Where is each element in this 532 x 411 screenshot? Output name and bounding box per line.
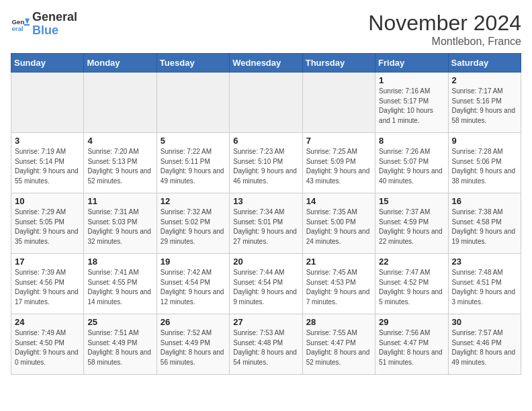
day-number: 22 [379, 257, 444, 267]
calendar-week-row: 10Sunrise: 7:29 AM Sunset: 5:05 PM Dayli… [11, 193, 521, 254]
calendar-cell: 21Sunrise: 7:45 AM Sunset: 4:53 PM Dayli… [302, 254, 375, 314]
day-number: 17 [15, 257, 80, 267]
day-info: Sunrise: 7:23 AM Sunset: 5:10 PM Dayligh… [233, 147, 298, 186]
calendar-cell: 15Sunrise: 7:37 AM Sunset: 4:59 PM Dayli… [375, 193, 448, 254]
calendar-cell: 18Sunrise: 7:41 AM Sunset: 4:55 PM Dayli… [84, 254, 157, 314]
day-info: Sunrise: 7:22 AM Sunset: 5:11 PM Dayligh… [161, 147, 226, 186]
calendar-cell: 1Sunrise: 7:16 AM Sunset: 5:17 PM Daylig… [375, 73, 448, 133]
day-number: 10 [15, 196, 80, 206]
calendar-cell: 25Sunrise: 7:51 AM Sunset: 4:49 PM Dayli… [84, 314, 157, 375]
day-info: Sunrise: 7:32 AM Sunset: 5:02 PM Dayligh… [161, 208, 226, 246]
calendar-cell: 9Sunrise: 7:28 AM Sunset: 5:06 PM Daylig… [448, 133, 521, 193]
calendar-cell: 6Sunrise: 7:23 AM Sunset: 5:10 PM Daylig… [230, 133, 302, 193]
day-number: 30 [452, 317, 517, 327]
calendar-cell: 11Sunrise: 7:31 AM Sunset: 5:03 PM Dayli… [84, 193, 157, 254]
day-info: Sunrise: 7:56 AM Sunset: 4:47 PM Dayligh… [379, 328, 444, 367]
page-header: Gen eral General Blue November 2024 Mont… [11, 11, 521, 48]
day-info: Sunrise: 7:38 AM Sunset: 4:58 PM Dayligh… [452, 208, 517, 246]
title-block: November 2024 Montlebon, France [368, 11, 521, 48]
weekday-header-saturday: Saturday [448, 54, 521, 73]
day-info: Sunrise: 7:55 AM Sunset: 4:47 PM Dayligh… [306, 328, 371, 367]
weekday-header-row: SundayMondayTuesdayWednesdayThursdayFrid… [11, 54, 521, 73]
calendar-week-row: 1Sunrise: 7:16 AM Sunset: 5:17 PM Daylig… [11, 73, 521, 133]
day-number: 23 [452, 257, 517, 267]
day-number: 7 [306, 136, 371, 146]
day-info: Sunrise: 7:48 AM Sunset: 4:51 PM Dayligh… [452, 268, 517, 307]
day-number: 29 [379, 317, 444, 327]
day-number: 8 [379, 136, 444, 146]
weekday-header-sunday: Sunday [11, 54, 84, 73]
calendar-cell: 8Sunrise: 7:26 AM Sunset: 5:07 PM Daylig… [375, 133, 448, 193]
logo-text: General Blue [32, 11, 77, 38]
day-number: 16 [452, 196, 517, 206]
day-info: Sunrise: 7:34 AM Sunset: 5:01 PM Dayligh… [233, 208, 298, 246]
day-info: Sunrise: 7:57 AM Sunset: 4:46 PM Dayligh… [452, 328, 517, 367]
calendar-cell: 3Sunrise: 7:19 AM Sunset: 5:14 PM Daylig… [11, 133, 84, 193]
calendar-cell: 10Sunrise: 7:29 AM Sunset: 5:05 PM Dayli… [11, 193, 84, 254]
day-info: Sunrise: 7:20 AM Sunset: 5:13 PM Dayligh… [87, 147, 152, 186]
day-number: 18 [87, 257, 152, 267]
day-info: Sunrise: 7:42 AM Sunset: 4:54 PM Dayligh… [161, 268, 226, 307]
calendar-cell [230, 73, 302, 133]
day-info: Sunrise: 7:45 AM Sunset: 4:53 PM Dayligh… [306, 268, 371, 307]
calendar-cell: 24Sunrise: 7:49 AM Sunset: 4:50 PM Dayli… [11, 314, 84, 375]
day-number: 5 [161, 136, 226, 146]
calendar-cell: 16Sunrise: 7:38 AM Sunset: 4:58 PM Dayli… [448, 193, 521, 254]
weekday-header-thursday: Thursday [302, 54, 375, 73]
day-number: 12 [161, 196, 226, 206]
month-title: November 2024 [368, 11, 521, 36]
svg-marker-2 [25, 18, 30, 24]
weekday-header-tuesday: Tuesday [157, 54, 229, 73]
day-number: 25 [87, 317, 152, 327]
calendar-week-row: 17Sunrise: 7:39 AM Sunset: 4:56 PM Dayli… [11, 254, 521, 314]
calendar-cell: 13Sunrise: 7:34 AM Sunset: 5:01 PM Dayli… [230, 193, 302, 254]
day-number: 2 [452, 75, 517, 85]
calendar-cell [84, 73, 157, 133]
calendar-cell: 7Sunrise: 7:25 AM Sunset: 5:09 PM Daylig… [302, 133, 375, 193]
day-info: Sunrise: 7:28 AM Sunset: 5:06 PM Dayligh… [452, 147, 517, 186]
calendar-cell: 23Sunrise: 7:48 AM Sunset: 4:51 PM Dayli… [448, 254, 521, 314]
day-info: Sunrise: 7:37 AM Sunset: 4:59 PM Dayligh… [379, 208, 444, 246]
day-number: 26 [161, 317, 226, 327]
day-number: 13 [233, 196, 298, 206]
svg-text:eral: eral [11, 25, 24, 32]
calendar-cell: 2Sunrise: 7:17 AM Sunset: 5:16 PM Daylig… [448, 73, 521, 133]
day-number: 6 [233, 136, 298, 146]
day-info: Sunrise: 7:17 AM Sunset: 5:16 PM Dayligh… [452, 87, 517, 126]
day-number: 28 [306, 317, 371, 327]
calendar-cell: 28Sunrise: 7:55 AM Sunset: 4:47 PM Dayli… [302, 314, 375, 375]
calendar-cell: 19Sunrise: 7:42 AM Sunset: 4:54 PM Dayli… [157, 254, 229, 314]
day-number: 15 [379, 196, 444, 206]
calendar-cell: 29Sunrise: 7:56 AM Sunset: 4:47 PM Dayli… [375, 314, 448, 375]
calendar-cell: 12Sunrise: 7:32 AM Sunset: 5:02 PM Dayli… [157, 193, 229, 254]
logo-icon: Gen eral [11, 15, 30, 34]
day-number: 27 [233, 317, 298, 327]
weekday-header-monday: Monday [84, 54, 157, 73]
day-info: Sunrise: 7:16 AM Sunset: 5:17 PM Dayligh… [379, 87, 444, 126]
calendar-cell: 4Sunrise: 7:20 AM Sunset: 5:13 PM Daylig… [84, 133, 157, 193]
day-info: Sunrise: 7:52 AM Sunset: 4:49 PM Dayligh… [161, 328, 226, 367]
calendar-week-row: 3Sunrise: 7:19 AM Sunset: 5:14 PM Daylig… [11, 133, 521, 193]
day-info: Sunrise: 7:25 AM Sunset: 5:09 PM Dayligh… [306, 147, 371, 186]
day-info: Sunrise: 7:39 AM Sunset: 4:56 PM Dayligh… [15, 268, 80, 307]
day-info: Sunrise: 7:35 AM Sunset: 5:00 PM Dayligh… [306, 208, 371, 246]
day-number: 24 [15, 317, 80, 327]
day-info: Sunrise: 7:47 AM Sunset: 4:52 PM Dayligh… [379, 268, 444, 307]
calendar-cell: 17Sunrise: 7:39 AM Sunset: 4:56 PM Dayli… [11, 254, 84, 314]
calendar-cell: 20Sunrise: 7:44 AM Sunset: 4:54 PM Dayli… [230, 254, 302, 314]
day-info: Sunrise: 7:31 AM Sunset: 5:03 PM Dayligh… [87, 208, 152, 246]
day-number: 9 [452, 136, 517, 146]
day-info: Sunrise: 7:44 AM Sunset: 4:54 PM Dayligh… [233, 268, 298, 307]
svg-rect-3 [24, 24, 30, 26]
calendar-cell: 26Sunrise: 7:52 AM Sunset: 4:49 PM Dayli… [157, 314, 229, 375]
day-number: 20 [233, 257, 298, 267]
calendar-cell [302, 73, 375, 133]
day-info: Sunrise: 7:29 AM Sunset: 5:05 PM Dayligh… [15, 208, 80, 246]
calendar-table: SundayMondayTuesdayWednesdayThursdayFrid… [11, 53, 521, 375]
day-number: 21 [306, 257, 371, 267]
day-info: Sunrise: 7:26 AM Sunset: 5:07 PM Dayligh… [379, 147, 444, 186]
weekday-header-friday: Friday [375, 54, 448, 73]
day-info: Sunrise: 7:19 AM Sunset: 5:14 PM Dayligh… [15, 147, 80, 186]
day-info: Sunrise: 7:49 AM Sunset: 4:50 PM Dayligh… [15, 328, 80, 367]
calendar-cell: 5Sunrise: 7:22 AM Sunset: 5:11 PM Daylig… [157, 133, 229, 193]
